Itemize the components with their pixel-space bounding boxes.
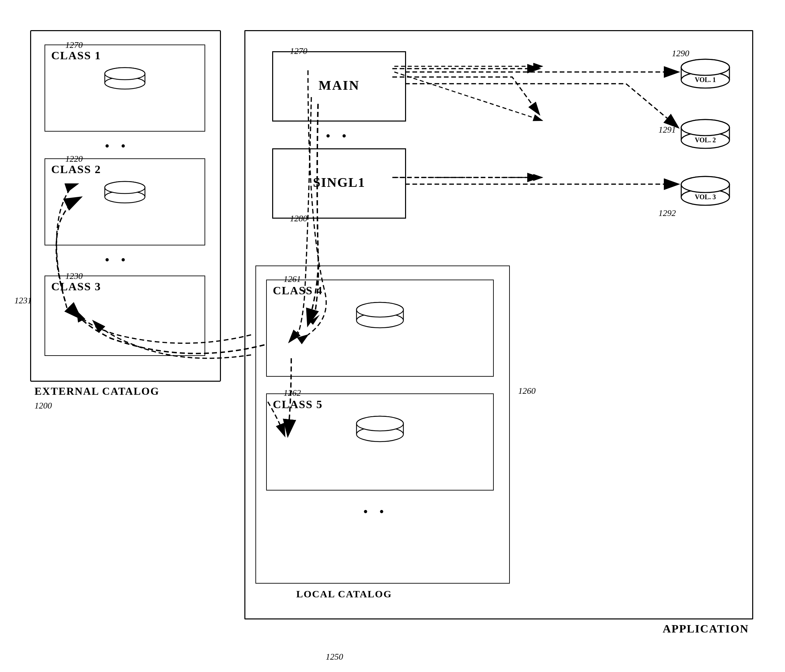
class3-box: 1230 CLASS 3 [45,276,205,356]
application-label: APPLICATION [663,622,749,635]
svg-text:VOL. 2: VOL. 2 [695,136,716,144]
class5-box: 1262 CLASS 5 [266,393,494,490]
external-catalog-box: 1270 CLASS 1 • • 1220 CLASS 2 [30,30,221,382]
svg-text:VOL. 1: VOL. 1 [695,76,716,83]
class2-box: 1220 CLASS 2 [45,158,205,246]
ref-1261: 1261 [283,274,301,284]
vol3-disk: VOL. 3 [679,175,732,207]
class1-box: 1270 CLASS 1 [45,44,205,132]
class4-box: 1261 CLASS 4 [266,280,494,377]
ref-1290: 1290 [672,49,689,59]
ref-1291: 1291 [658,125,676,135]
dots-ext-1: • • [105,138,130,154]
external-catalog-label: EXTERNAL CATALOG [34,385,160,398]
vol2-disk: VOL. 2 [679,118,732,150]
dots-ext-2: • • [105,252,130,268]
ref-1260: 1260 [518,386,536,396]
ref-1220: 1220 [65,154,83,164]
svg-point-21 [105,182,145,194]
application-box: 1270 MAIN • • 1280 SINGL1 1261 CLASS 4 [244,30,753,619]
ref-1250: 1250 [326,652,343,662]
svg-text:VOL. 3: VOL. 3 [695,193,716,201]
svg-point-33 [357,416,403,431]
diagram-container: 1270 CLASS 1 • • 1220 CLASS 2 [17,17,768,653]
svg-point-39 [681,59,729,75]
local-catalog-box: 1261 CLASS 4 1262 CLASS 5 [255,266,510,584]
main-box: 1270 MAIN [272,51,406,122]
ref-1280: 1280 [290,214,307,224]
ref-1231: 1231 [14,296,32,306]
ref-1262: 1262 [283,388,301,398]
vol3-container: 1292 VOL. 3 [679,175,732,208]
class5-disk [353,414,407,444]
ref-1210: 1270 [65,40,83,50]
svg-point-27 [357,302,403,317]
singl1-label: SINGL1 [273,149,405,190]
ref-1230: 1230 [65,271,83,281]
singl1-box: 1280 SINGL1 [272,148,406,219]
vol1-disk: VOL. 1 [679,58,732,90]
class1-disk [102,65,148,92]
main-label: MAIN [273,52,405,93]
class2-disk [102,179,148,206]
local-catalog-label: LOCAL CATALOG [296,588,392,600]
dots-app-1: • • [326,128,350,144]
ref-1270: 1270 [290,46,307,56]
svg-point-46 [681,119,729,136]
svg-point-15 [105,67,145,80]
dots-local: • • [363,504,388,520]
ref-1292: 1292 [658,208,676,218]
ref-1200: 1200 [34,401,52,411]
svg-point-53 [681,177,729,193]
vol2-container: 1291 VOL. 2 [679,118,732,151]
vol1-container: 1290 VOL. 1 [679,58,732,91]
class4-disk [353,300,407,331]
